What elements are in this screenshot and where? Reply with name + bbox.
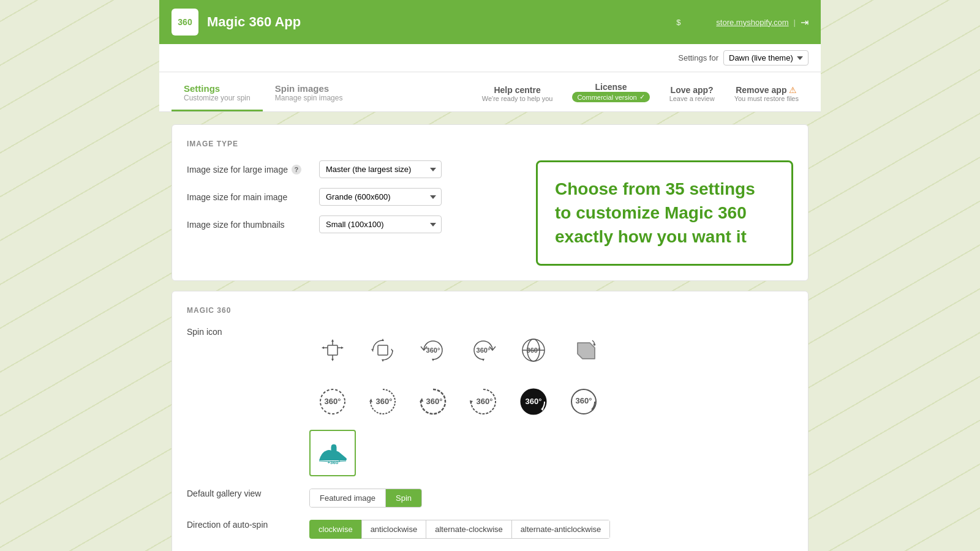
main-image-label: Image size for main image	[187, 192, 309, 202]
tab-spin-images-subtitle: Manage spin images	[275, 94, 343, 102]
spin-icon-5[interactable]: 360°	[510, 327, 557, 373]
remove-app-title: Remove app	[736, 85, 786, 95]
svg-line-13	[391, 349, 393, 351]
help-centre-subtitle: We're ready to help you	[482, 95, 553, 102]
large-image-select[interactable]: Master (the largest size) Grande (600x60…	[319, 160, 442, 178]
header-left: 360 Magic 360 App	[172, 9, 301, 36]
image-type-section: IMAGE TYPE Image size for large image ? …	[172, 124, 809, 281]
setting-row-main: Image size for main image Grande (600x60…	[187, 188, 524, 206]
default-gallery-view-row: Default gallery view Featured image Spin	[187, 489, 793, 508]
spin-icon-label: Spin icon	[187, 327, 309, 337]
magic360-heading: MAGIC 360	[187, 306, 793, 315]
svg-text:360°: 360°	[426, 397, 443, 406]
magic360-section: MAGIC 360 Spin icon	[172, 291, 809, 551]
spin-icon-13[interactable]: +360°	[309, 430, 356, 476]
promo-text: Choose from 35 settings to customize Mag…	[555, 177, 774, 249]
thumbnail-select[interactable]: Small (100x100) Grande (600x600) Medium …	[319, 216, 442, 233]
tab-spin-images-title: Spin images	[275, 83, 343, 94]
svg-text:360°: 360°	[325, 397, 341, 406]
tab-settings[interactable]: Settings Customize your spin	[172, 73, 263, 111]
setting-row-thumbnails: Image size for thumbnails Small (100x100…	[187, 216, 524, 233]
svg-rect-0	[328, 345, 337, 355]
license-badge: Commercial version ✓	[572, 92, 649, 102]
direction-auto-spin-row: Direction of auto-spin clockwise anticlo…	[187, 520, 793, 539]
svg-text:360°: 360°	[426, 347, 440, 354]
direction-buttons: clockwise anticlockwise alternate-clockw…	[309, 520, 610, 539]
spin-icon-3[interactable]: 360°	[410, 327, 456, 373]
app-title: Magic 360 App	[207, 14, 301, 30]
svg-marker-11	[382, 359, 384, 362]
svg-marker-25	[369, 399, 372, 402]
svg-marker-4	[341, 347, 344, 349]
spin-icon-8[interactable]: 360°	[360, 378, 406, 425]
svg-text:360°: 360°	[477, 347, 491, 354]
spin-icon-9[interactable]: 360°	[410, 378, 456, 425]
svg-text:360°: 360°	[526, 397, 542, 406]
thumbnail-label: Image size for thumbnails	[187, 220, 309, 230]
image-type-fields: Image size for large image ? Master (the…	[187, 160, 524, 266]
image-type-heading: IMAGE TYPE	[187, 140, 793, 148]
svg-marker-16	[482, 359, 484, 361]
dir-btn-alt-clockwise[interactable]: alternate-clockwise	[426, 520, 511, 539]
tab-settings-subtitle: Customize your spin	[184, 94, 251, 102]
dir-btn-clockwise[interactable]: clockwise	[309, 520, 361, 539]
large-image-help-icon[interactable]: ?	[292, 165, 301, 174]
store-url: $ store.myshopify.com	[676, 18, 788, 27]
spin-icon-row: Spin icon	[187, 327, 793, 476]
app-header: 360 Magic 360 App $ store.myshopify.com …	[159, 0, 821, 44]
nav-license[interactable]: License Commercial version ✓	[562, 72, 659, 111]
svg-rect-9	[378, 345, 388, 355]
svg-text:+360°: +360°	[327, 460, 340, 465]
nav-help-centre[interactable]: Help centre We're ready to help you	[472, 75, 563, 111]
gallery-btn-spin[interactable]: Spin	[386, 489, 421, 507]
large-image-label: Image size for large image ?	[187, 165, 309, 174]
tab-spin-images[interactable]: Spin images Manage spin images	[263, 73, 355, 111]
spin-icon-1[interactable]	[309, 327, 356, 373]
spin-icon-12[interactable]: 360°	[560, 378, 607, 425]
svg-marker-2	[322, 347, 324, 349]
settings-for-bar: Settings for Dawn (live theme)	[159, 44, 821, 72]
spin-icons-row-1: 360° 360°	[309, 327, 607, 373]
spin-icons-row-3: +360°	[309, 430, 607, 476]
dir-btn-anticlockwise[interactable]: anticlockwise	[361, 520, 426, 539]
settings-for-select[interactable]: Dawn (live theme)	[723, 50, 809, 66]
svg-text:360°: 360°	[376, 397, 393, 406]
main-image-select[interactable]: Grande (600x600) Master (the largest siz…	[319, 188, 442, 206]
svg-marker-10	[382, 339, 384, 341]
spin-icon-2[interactable]	[360, 327, 406, 373]
logout-icon[interactable]: ⇥	[801, 17, 809, 28]
main-content: IMAGE TYPE Image size for large image ? …	[159, 112, 821, 551]
direction-label: Direction of auto-spin	[187, 520, 309, 530]
gallery-view-buttons: Featured image Spin	[309, 489, 422, 508]
nav-love-app[interactable]: Love app? Leave a review	[660, 75, 725, 111]
svg-text:360°: 360°	[477, 397, 493, 406]
svg-text:360°: 360°	[527, 347, 541, 354]
header-separator: |	[794, 18, 796, 27]
nav-tabs: Settings Customize your spin Spin images…	[159, 72, 821, 112]
nav-remove-app[interactable]: Remove app ⚠ You must restore files	[725, 75, 809, 111]
svg-marker-6	[331, 339, 334, 342]
image-type-body: Image size for large image ? Master (the…	[187, 160, 793, 266]
default-gallery-view-label: Default gallery view	[187, 489, 309, 498]
tab-settings-title: Settings	[184, 83, 251, 94]
warning-icon: ⚠	[789, 85, 797, 95]
gallery-btn-featured[interactable]: Featured image	[310, 489, 386, 507]
spin-icons-grid: 360° 360°	[309, 327, 607, 476]
spin-icon-11[interactable]: 360°	[510, 378, 557, 425]
svg-marker-8	[331, 359, 334, 361]
svg-marker-14	[432, 359, 434, 361]
love-app-title: Love app?	[671, 85, 714, 95]
spin-icon-10[interactable]: 360°	[460, 378, 507, 425]
promo-box: Choose from 35 settings to customize Mag…	[536, 160, 793, 266]
svg-text:360°: 360°	[576, 396, 592, 405]
app-logo: 360	[172, 9, 198, 36]
spin-icon-4[interactable]: 360°	[460, 327, 507, 373]
svg-marker-27	[420, 398, 423, 402]
spin-icon-7[interactable]: 360°	[309, 378, 356, 425]
dir-btn-alt-anticlockwise[interactable]: alternate-anticlockwise	[511, 520, 611, 539]
spin-icons-row-2: 360° 360°	[309, 378, 607, 425]
spin-icon-6[interactable]	[560, 327, 607, 373]
license-title: License	[595, 82, 627, 92]
help-centre-title: Help centre	[494, 85, 540, 95]
header-right: $ store.myshopify.com | ⇥	[676, 17, 809, 28]
